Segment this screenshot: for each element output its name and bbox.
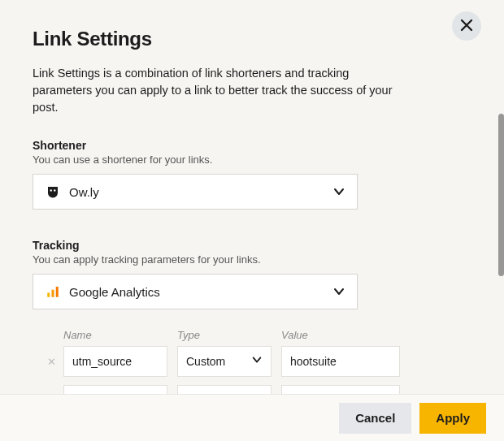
svg-rect-2: [47, 293, 50, 297]
chevron-down-icon: [251, 393, 263, 394]
param-type-label: Custom: [186, 355, 251, 368]
tracking-heading: Tracking: [33, 239, 471, 252]
scrollbar-thumb[interactable]: [498, 114, 504, 276]
remove-param-button[interactable]: ✕: [47, 356, 63, 368]
param-row: ✕ Custom: [47, 385, 471, 394]
param-name-input[interactable]: [63, 385, 167, 394]
shortener-subtext: You can use a shortener for your links.: [33, 153, 471, 166]
close-icon: [460, 19, 473, 34]
chevron-down-icon: [332, 185, 345, 198]
shortener-selected-label: Ow.ly: [69, 185, 332, 199]
col-header-name: Name: [63, 329, 177, 341]
dialog-title: Link Settings: [33, 28, 471, 50]
tracking-dropdown[interactable]: Google Analytics: [33, 274, 358, 309]
remove-icon: ✕: [47, 356, 56, 368]
chevron-down-icon: [251, 354, 263, 369]
param-header-row: Name Type Value: [47, 329, 471, 341]
apply-button[interactable]: Apply: [419, 403, 486, 434]
param-value-input[interactable]: [281, 385, 400, 394]
param-row: ✕ Custom: [47, 346, 471, 377]
tracking-subtext: You can apply tracking parameters for yo…: [33, 253, 471, 266]
tracking-selected-label: Google Analytics: [69, 285, 332, 299]
dialog-content: Link Settings Link Settings is a combina…: [0, 0, 504, 394]
param-value-input[interactable]: [281, 346, 400, 377]
param-name-input[interactable]: [63, 346, 167, 377]
shortener-section: Shortener You can use a shortener for yo…: [33, 139, 471, 210]
svg-rect-4: [56, 287, 59, 297]
shortener-heading: Shortener: [33, 139, 471, 152]
cancel-button[interactable]: Cancel: [339, 403, 411, 434]
chevron-down-icon: [332, 285, 345, 298]
svg-point-0: [50, 189, 52, 191]
param-type-select[interactable]: Custom: [177, 385, 272, 394]
svg-rect-3: [52, 290, 54, 297]
shortener-dropdown[interactable]: Ow.ly: [33, 174, 358, 210]
link-settings-dialog: Link Settings Link Settings is a combina…: [0, 0, 504, 441]
google-analytics-icon: [45, 283, 61, 300]
dialog-footer: Cancel Apply: [0, 394, 504, 441]
tracking-section: Tracking You can apply tracking paramete…: [33, 239, 471, 394]
owly-icon: [45, 184, 61, 200]
param-type-select[interactable]: Custom: [177, 346, 272, 377]
svg-point-1: [54, 189, 55, 191]
col-header-type: Type: [177, 329, 281, 341]
tracking-params: Name Type Value ✕ Custom: [33, 329, 471, 394]
close-button[interactable]: [452, 11, 481, 41]
dialog-description: Link Settings is a combination of link s…: [33, 65, 406, 116]
col-header-value: Value: [281, 329, 400, 341]
